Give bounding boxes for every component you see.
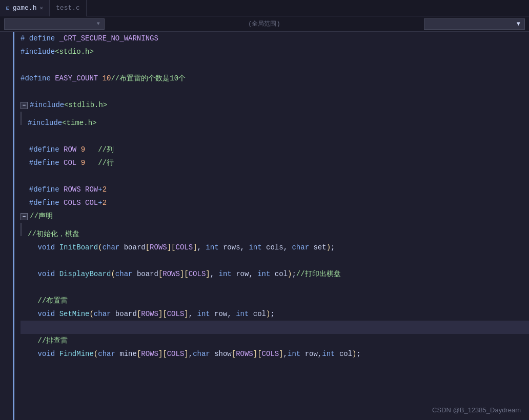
code-token: mine (119, 347, 137, 361)
code-token: , (283, 347, 288, 361)
code-line-22 (21, 321, 529, 334)
code-token: + (98, 196, 102, 209)
tab-label-test-c: test.c (56, 4, 80, 12)
code-token: #define (29, 183, 59, 196)
toolbar-right-dropdown[interactable]: ▼ (424, 18, 525, 30)
code-line-9: #define ROW 9 //列 (21, 143, 529, 156)
gutter (0, 32, 14, 420)
code-token (55, 267, 59, 281)
code-token: 2 (103, 196, 107, 209)
tab-test-c[interactable]: test.c (50, 0, 87, 16)
tab-icon-game-h: ⊡ (6, 5, 10, 11)
code-line-2: #include<stdio.h> (21, 45, 529, 58)
code-token: char (193, 347, 210, 361)
code-token: + (98, 183, 102, 196)
code-token: char (292, 241, 309, 254)
code-token: int (197, 307, 210, 321)
code-token: ] (253, 347, 257, 361)
code-token: [ (232, 347, 236, 361)
code-token: board (115, 307, 137, 321)
code-token (210, 347, 214, 361)
toolbar-right-arrow: ▼ (517, 20, 520, 28)
code-token (59, 183, 64, 196)
code-line-18: void DisplayBoard(char board[ROWS][COLS]… (21, 267, 529, 281)
fold-minus-decl[interactable]: − (21, 213, 28, 220)
code-token: [ (146, 241, 150, 254)
code-token: ) (327, 241, 331, 254)
code-token: <stdio.h> (55, 45, 94, 58)
code-token: FindMine (59, 347, 94, 361)
code-token: , (240, 241, 249, 254)
code-token (81, 183, 85, 196)
code-token: , (249, 267, 257, 281)
code-token: char (103, 241, 120, 254)
code-line-14: −//声明 (21, 209, 529, 223)
code-area[interactable]: # define _CRT_SECURE_NO_WARNINGS #includ… (14, 32, 529, 420)
code-token (85, 143, 98, 156)
code-token: ROW (64, 143, 76, 156)
code-line-17 (21, 254, 529, 267)
code-token (21, 307, 38, 321)
toolbar-left-dropdown[interactable]: ▼ (4, 18, 105, 30)
code-token: COLS (189, 267, 206, 281)
code-token: int (257, 267, 270, 281)
code-token: [ (137, 347, 141, 361)
code-token: ] (158, 307, 162, 321)
code-token: char (94, 307, 111, 321)
code-token: , (283, 241, 292, 254)
code-token: ROW (85, 183, 98, 196)
code-token (132, 267, 136, 281)
code-line-4: #define EASY_COUNT 10//布置雷的个数是10个 (21, 72, 529, 85)
code-token (98, 72, 102, 85)
code-line-24: void FindMine(char mine[ROWS][COLS],char… (21, 347, 529, 361)
fold-minus-stdlib[interactable]: − (21, 102, 28, 109)
code-token: COL (64, 156, 76, 170)
code-token: ; (292, 267, 296, 281)
code-token: cols (266, 241, 283, 254)
code-token: ; (270, 307, 274, 321)
code-line-16: void InitBoard(char board[ROWS][COLS], i… (21, 241, 529, 254)
code-token: [ (257, 347, 261, 361)
code-token: int (206, 241, 218, 254)
code-token: //初始化，棋盘 (28, 227, 79, 241)
code-token (21, 143, 29, 156)
code-line-19 (21, 281, 529, 294)
code-token (111, 307, 115, 321)
code-line-7: #include<time.h> (21, 112, 529, 130)
code-token (59, 156, 64, 170)
tab-game-h[interactable]: ⊡ game.h ✕ (0, 0, 50, 16)
code-line-13: #define COLS COL+2 (21, 196, 529, 209)
code-token: COLS (167, 307, 185, 321)
code-token: ) (288, 267, 292, 281)
tab-close-game-h[interactable]: ✕ (39, 5, 43, 11)
code-token: row (305, 347, 318, 361)
code-token: [ (162, 347, 167, 361)
code-token: ] (193, 241, 197, 254)
code-token: , (197, 241, 206, 254)
code-token: ( (94, 347, 98, 361)
code-token: ) (352, 347, 356, 361)
code-token: [ (162, 307, 167, 321)
code-token: set (313, 241, 326, 254)
toolbar-left-arrow: ▼ (97, 21, 100, 27)
code-token: 2 (103, 183, 107, 196)
code-token (300, 347, 304, 361)
code-token: ROWS (150, 241, 167, 254)
code-token: ) (266, 307, 270, 321)
code-token: void (38, 267, 55, 281)
code-token: [ (171, 241, 175, 254)
code-token: COL (85, 196, 98, 209)
code-token: ] (180, 267, 184, 281)
fold-line (21, 223, 25, 236)
code-token (55, 347, 59, 361)
code-token (55, 32, 59, 45)
fold-line (21, 112, 25, 125)
code-token (51, 72, 55, 85)
code-token: # (21, 32, 29, 45)
code-token: [ (137, 307, 141, 321)
code-token: ] (206, 267, 210, 281)
code-token: #include (21, 45, 55, 58)
code-token: ] (279, 347, 283, 361)
code-token (249, 307, 253, 321)
code-token: COLS (262, 347, 279, 361)
